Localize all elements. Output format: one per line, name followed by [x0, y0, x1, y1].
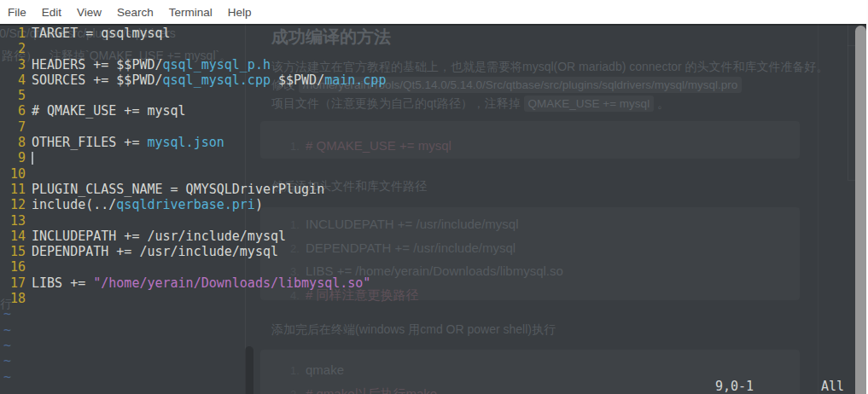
editor-line[interactable]: 7	[0, 119, 868, 135]
line-number: 4	[0, 72, 26, 88]
line-number: 14	[0, 229, 26, 244]
code-segment: )	[255, 197, 263, 212]
terminal-screen[interactable]: 成功编译的方法 该方法建立在官方教程的基础上，也就是需要将mysql(OR ma…	[0, 24, 868, 394]
editor-line[interactable]: 16	[0, 259, 868, 275]
line-number: 10	[0, 166, 26, 182]
editor-line[interactable]: 5	[0, 88, 868, 103]
code-segment: qsql_mysql_p.h	[163, 57, 271, 72]
menu-item-help[interactable]: Help	[220, 6, 259, 19]
line-text: TARGET = qsqlmysql	[32, 26, 171, 41]
line-text: PLUGIN_CLASS_NAME = QMYSQLDriverPlugin	[32, 182, 324, 197]
line-text: HEADERS += $$PWD/qsql_mysql_p.h	[32, 57, 271, 72]
code-segment: TARGET = qsqlmysql	[32, 26, 171, 41]
line-number: 13	[0, 213, 26, 229]
editor-line[interactable]: 2	[0, 41, 868, 56]
line-number: 1	[0, 26, 26, 41]
code-segment: OTHER_FILES +=	[32, 135, 147, 150]
line-text: include(../qsqldriverbase.pri)	[32, 197, 263, 212]
editor-line[interactable]: 12include(../qsqldriverbase.pri)	[0, 197, 868, 212]
code-segment: qsqldriverbase.pri	[116, 197, 255, 212]
editor-line[interactable]: 1TARGET = qsqlmysql	[0, 26, 868, 41]
code-segment: DEPENDPATH += /usr/include/mysql	[32, 244, 278, 259]
line-number: 15	[0, 244, 26, 259]
line-number: 2	[0, 41, 26, 56]
empty-line-tilde: ~	[0, 353, 868, 368]
scroll-position-indicator: All	[821, 379, 844, 394]
line-number: 3	[0, 57, 26, 72]
editor-line[interactable]: 4SOURCES += $$PWD/qsql_mysql.cpp $$PWD/m…	[0, 72, 868, 88]
app-window: FileEditViewSearchTerminalHelp 成功编译的方法 该…	[0, 0, 868, 394]
code-segment: HEADERS += $$PWD/	[32, 57, 163, 72]
vim-status-line: 9,0-1 All	[0, 379, 868, 394]
menu-item-view[interactable]: View	[69, 6, 109, 19]
line-number: 9	[0, 150, 26, 165]
vim-cursor	[32, 152, 33, 165]
code-segment: SOURCES += $$PWD/	[32, 72, 163, 88]
line-number: 6	[0, 103, 26, 119]
line-text: LIBS += "/home/yerain/Downloads/libmysql…	[32, 275, 370, 291]
line-number: 16	[0, 259, 26, 275]
line-text: INCLUDEPATH += /usr/include/mysql	[32, 229, 286, 244]
editor-line[interactable]: 6# QMAKE_USE += mysql	[0, 103, 868, 119]
code-segment: main.cpp	[324, 72, 386, 88]
line-text: OTHER_FILES += mysql.json	[32, 135, 224, 150]
editor-line[interactable]: 10	[0, 166, 868, 182]
line-number: 17	[0, 275, 26, 291]
code-segment: "/home/yerain/Downloads/libmysql.so"	[93, 275, 370, 291]
editor-line[interactable]: 3HEADERS += $$PWD/qsql_mysql_p.h	[0, 57, 868, 72]
cursor-position-ruler: 9,0-1	[715, 379, 754, 394]
terminal-scrollbar[interactable]	[855, 26, 866, 394]
editor-line[interactable]: 13	[0, 213, 868, 229]
line-number: 5	[0, 88, 26, 103]
menu-item-edit[interactable]: Edit	[34, 6, 69, 19]
code-segment: # QMAKE_USE += mysql	[32, 103, 186, 119]
line-number: 12	[0, 197, 26, 212]
menu-item-terminal[interactable]: Terminal	[161, 6, 220, 19]
editor-rows[interactable]: 1TARGET = qsqlmysql23HEADERS += $$PWD/qs…	[0, 26, 868, 385]
line-number: 11	[0, 182, 26, 197]
empty-line-tilde: ~	[0, 338, 868, 353]
line-text: # QMAKE_USE += mysql	[32, 103, 186, 119]
editor-line[interactable]: 9	[0, 150, 868, 165]
editor-line[interactable]: 18	[0, 291, 868, 306]
empty-line-tilde: ~	[0, 306, 868, 322]
code-segment: INCLUDEPATH += /usr/include/mysql	[32, 229, 286, 244]
editor-line[interactable]: 14INCLUDEPATH += /usr/include/mysql	[0, 229, 868, 244]
empty-line-tilde: ~	[0, 322, 868, 338]
editor-line[interactable]: 17LIBS += "/home/yerain/Downloads/libmys…	[0, 275, 868, 291]
vim-editor[interactable]: 1TARGET = qsqlmysql23HEADERS += $$PWD/qs…	[0, 24, 868, 394]
line-number: 8	[0, 135, 26, 150]
code-segment: PLUGIN_CLASS_NAME = QMYSQLDriverPlugin	[32, 182, 324, 197]
line-text: DEPENDPATH += /usr/include/mysql	[32, 244, 278, 259]
line-number: 7	[0, 119, 26, 135]
editor-line[interactable]: 8OTHER_FILES += mysql.json	[0, 135, 868, 150]
code-segment: LIBS +=	[32, 275, 93, 291]
line-text: SOURCES += $$PWD/qsql_mysql.cpp $$PWD/ma…	[32, 72, 386, 88]
editor-line[interactable]: 15DEPENDPATH += /usr/include/mysql	[0, 244, 868, 259]
editor-line[interactable]: 11PLUGIN_CLASS_NAME = QMYSQLDriverPlugin	[0, 182, 868, 197]
window-top-shadow	[0, 24, 868, 26]
code-segment: include(../	[32, 197, 116, 212]
line-number: 18	[0, 291, 26, 306]
menu-item-search[interactable]: Search	[109, 6, 161, 19]
code-segment: qsql_mysql.cpp	[163, 72, 271, 88]
menu-bar: FileEditViewSearchTerminalHelp	[0, 0, 868, 24]
menu-item-file[interactable]: File	[0, 6, 34, 19]
code-segment: mysql.json	[147, 135, 224, 150]
code-segment: $$PWD/	[271, 72, 324, 88]
